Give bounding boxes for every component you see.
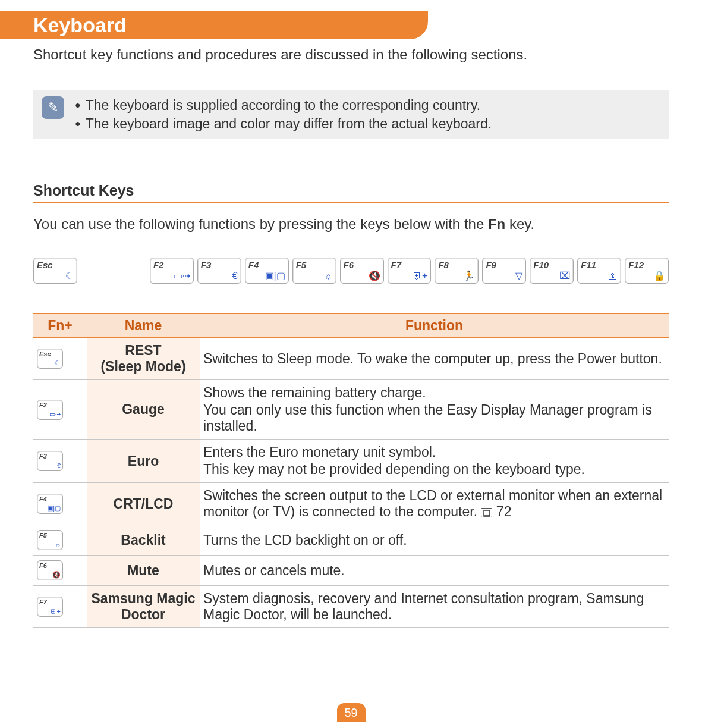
numlock-icon: ⚿ (608, 271, 618, 281)
key-label: F6 (39, 562, 47, 569)
table-row: F7⛨+Samsung Magic DoctorSystem diagnosis… (33, 586, 669, 628)
name-cell: Backlit (87, 525, 200, 556)
fn-key-name: Fn (488, 216, 505, 232)
moon-icon: ☾ (65, 270, 74, 281)
intro-text: Shortcut key functions and procedures ar… (33, 46, 669, 63)
function-cell: Turns the LCD backlight on or off. (200, 525, 669, 556)
key-cell: F7⛨+ (33, 586, 87, 628)
key-cell: F4▣|▢ (33, 483, 87, 525)
key-glyph-icon: ▣|▢ (47, 504, 61, 512)
key-f11: F11 ⚿ (577, 258, 621, 284)
key-label: F8 (438, 260, 449, 270)
key-glyph-icon: ⛨+ (51, 608, 61, 615)
key-label: F2 (39, 401, 47, 409)
name-cell: Euro (87, 440, 200, 483)
table-row: F6🔇MuteMutes or cancels mute. (33, 556, 669, 586)
key-label: F7 (391, 260, 402, 270)
key-glyph-icon: € (57, 462, 61, 469)
function-text: System diagnosis, recovery and Internet … (203, 591, 665, 623)
note-item: The keyboard is supplied according to th… (86, 96, 480, 115)
page-number: 59 (337, 703, 366, 722)
key-icon: F4▣|▢ (37, 494, 63, 514)
key-label: F3 (39, 453, 47, 460)
name-text: Samsung Magic Doctor (90, 591, 196, 623)
key-label: Esc (37, 260, 53, 270)
key-f3: F3 € (197, 258, 241, 284)
function-cell: Switches the screen output to the LCD or… (200, 483, 669, 525)
key-label: F5 (39, 532, 47, 539)
key-label: F9 (486, 260, 496, 270)
key-glyph-icon: ☾ (55, 359, 61, 367)
section-desc: You can use the following functions by p… (33, 216, 669, 233)
key-f2: F2 ▭⇢ (150, 258, 194, 284)
function-key-row: Esc ☾ F2 ▭⇢ F3 € F4 ▣|▢ F5 ☼ F6 🔇 F7 ⛨+ (33, 258, 669, 284)
key-glyph-icon: ☼ (55, 541, 61, 548)
key-icon: Esc☾ (37, 349, 63, 369)
name-text: (Sleep Mode) (90, 359, 196, 375)
col-name: Name (87, 314, 200, 338)
section-desc-post: key. (505, 216, 534, 232)
table-row: F4▣|▢CRT/LCDSwitches the screen output t… (33, 483, 669, 525)
col-function: Function (200, 314, 669, 338)
name-text: REST (90, 343, 196, 359)
function-cell: Enters the Euro monetary unit symbol.Thi… (200, 440, 669, 483)
name-text: CRT/LCD (90, 496, 196, 512)
key-label: F10 (533, 260, 549, 270)
key-icon: F5☼ (37, 530, 63, 550)
key-label: F7 (39, 598, 47, 605)
runner-icon: 🏃 (463, 270, 475, 281)
key-label: F6 (344, 260, 354, 270)
key-glyph-icon: ▭⇢ (49, 410, 61, 418)
key-cell: F6🔇 (33, 556, 87, 586)
key-label: F12 (628, 260, 644, 270)
key-cell: F5☼ (33, 525, 87, 556)
note-icon: ✎ (42, 96, 64, 119)
page-ref-number: 72 (492, 504, 511, 519)
name-cell: REST(Sleep Mode) (87, 338, 200, 380)
name-cell: Mute (87, 556, 200, 586)
key-label: Esc (39, 350, 51, 357)
key-icon: F7⛨+ (37, 597, 63, 617)
key-f6: F6 🔇 (340, 258, 384, 284)
function-text: This key may not be provided depending o… (203, 462, 665, 478)
key-cell: Esc☾ (33, 338, 87, 380)
page-title: Keyboard (33, 14, 127, 37)
note-box: ✎ The keyboard is supplied according to … (33, 90, 669, 139)
key-label: F4 (39, 495, 47, 503)
name-text: Mute (90, 563, 196, 579)
battery-icon: ▭⇢ (174, 270, 190, 281)
key-f10: F10 ⌧ (530, 258, 574, 284)
key-label: F5 (296, 260, 307, 270)
euro-icon: € (232, 271, 238, 281)
name-text: Backlit (90, 532, 196, 548)
key-icon: F3€ (37, 451, 63, 471)
name-text: Euro (90, 453, 196, 469)
function-cell: Mutes or cancels mute. (200, 556, 669, 586)
key-icon: F6🔇 (37, 560, 63, 580)
title-bar: Keyboard (0, 11, 428, 39)
key-icon: F2▭⇢ (37, 400, 63, 420)
doctor-icon: ⛨+ (413, 271, 427, 281)
function-text: Switches the screen output to the LCD or… (203, 488, 665, 520)
key-cell: F2▭⇢ (33, 380, 87, 440)
key-esc: Esc ☾ (33, 258, 77, 284)
function-cell: System diagnosis, recovery and Internet … (200, 586, 669, 628)
section-desc-pre: You can use the following functions by p… (33, 216, 488, 232)
name-cell: CRT/LCD (87, 483, 200, 525)
key-f8: F8 🏃 (435, 258, 479, 284)
display-switch-icon: ▣|▢ (265, 270, 285, 281)
key-f7: F7 ⛨+ (388, 258, 432, 284)
col-fn: Fn+ (33, 314, 87, 338)
key-label: F4 (248, 260, 259, 270)
key-label: F3 (201, 260, 212, 270)
function-text: Turns the LCD backlight on or off. (203, 532, 665, 548)
function-cell: Shows the remaining battery charge.You c… (200, 380, 669, 440)
function-text: Mutes or cancels mute. (203, 563, 665, 579)
key-label: F2 (153, 260, 164, 270)
shortcut-table: Fn+ Name Function Esc☾REST(Sleep Mode)Sw… (33, 313, 669, 628)
table-row: F5☼BacklitTurns the LCD backlight on or … (33, 525, 669, 556)
function-cell: Switches to Sleep mode. To wake the comp… (200, 338, 669, 380)
key-glyph-icon: 🔇 (52, 571, 61, 579)
key-label: F11 (581, 260, 596, 270)
touchpad-off-icon: ⌧ (559, 270, 570, 281)
